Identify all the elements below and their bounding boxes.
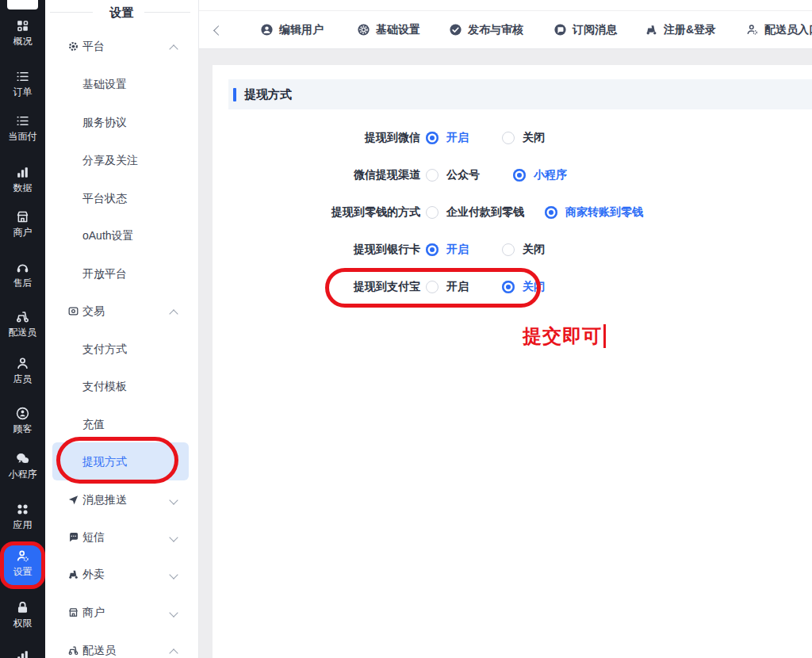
menu-group-label: 交易 <box>82 303 105 319</box>
sidebar-item-data[interactable]: 数据 <box>0 165 45 195</box>
radio-option-enterprise-pay[interactable]: 企业付款到零钱 <box>426 205 524 220</box>
sidebar-item-customer[interactable]: 顾客 <box>0 406 45 436</box>
radio-label[interactable]: 开启 <box>446 243 469 257</box>
scooter-icon <box>645 23 658 36</box>
form-label: 微信提现渠道 <box>213 168 420 182</box>
radio-unchecked-icon[interactable] <box>502 132 515 144</box>
radio-label[interactable]: 关闭 <box>523 280 545 294</box>
radio-unchecked-icon[interactable] <box>426 206 439 219</box>
chevron-up-icon <box>169 648 178 657</box>
sidebar-item-merchant[interactable]: 商户 <box>0 209 45 239</box>
aftersale-headset-icon <box>15 260 30 275</box>
tab-basic-settings[interactable]: 基础设置 <box>357 11 420 48</box>
sidebar-item-facepay[interactable]: 当面付 <box>0 113 45 143</box>
radio-unchecked-icon[interactable] <box>426 169 439 182</box>
menu-item-service-agreement[interactable]: 服务协议 <box>45 114 199 130</box>
radio-option-on[interactable]: 开启 <box>426 131 469 145</box>
form-row-wechat-channel: 微信提现渠道 公众号 小程序 <box>213 164 812 186</box>
radio-unchecked-icon[interactable] <box>502 243 515 256</box>
tab-publish-audit[interactable]: 发布与审核 <box>449 11 523 48</box>
radio-checked-icon[interactable] <box>426 132 439 144</box>
gear-circle-icon <box>357 23 370 36</box>
radio-checked-icon[interactable] <box>426 243 439 256</box>
tab-register-login[interactable]: 注册&登录 <box>645 11 716 48</box>
trade-card-icon <box>67 305 79 317</box>
section-title: 提现方式 <box>244 87 292 102</box>
gear-icon <box>67 40 79 52</box>
radio-label[interactable]: 关闭 <box>523 243 545 257</box>
sidebar-item-apps[interactable]: 应用 <box>0 502 45 532</box>
radio-label[interactable]: 公众号 <box>446 168 480 182</box>
radio-label[interactable]: 企业付款到零钱 <box>446 205 524 220</box>
sidebar-item-miniprogram[interactable]: 小程序 <box>0 451 45 481</box>
order-list-icon <box>15 69 30 84</box>
customer-face-icon <box>15 406 30 421</box>
menu-group-message-push[interactable]: 消息推送 <box>45 492 199 507</box>
menu-group-platform[interactable]: 平台 <box>45 38 199 54</box>
menu-group-trade[interactable]: 交易 <box>45 303 199 319</box>
menu-item-label: 提现方式 <box>82 453 127 469</box>
menu-group-sms[interactable]: 短信 <box>45 529 199 545</box>
radio-label[interactable]: 关闭 <box>523 131 545 145</box>
sidebar-item-label: 配送员 <box>0 326 45 339</box>
sidebar-item-permission[interactable]: 权限 <box>0 600 45 630</box>
sidebar-item-clerk[interactable]: 店员 <box>0 356 45 386</box>
radio-checked-icon[interactable] <box>513 169 526 182</box>
menu-item-oauth-settings[interactable]: oAuth设置 <box>45 228 199 243</box>
user-circle-icon <box>260 23 274 36</box>
menu-item-label: 基础设置 <box>82 76 127 92</box>
admin-settings-page: { "colors": { "accent_blue": "#2b6cf6", … <box>0 0 812 658</box>
radio-unchecked-icon[interactable] <box>426 281 439 293</box>
menu-item-label: 分享及关注 <box>82 152 138 168</box>
menu-item-recharge[interactable]: 充值 <box>45 416 199 432</box>
radio-option-merchant-transfer[interactable]: 商家转账到零钱 <box>545 205 643 220</box>
sidebar-item-courier[interactable]: 配送员 <box>0 309 45 339</box>
top-strip <box>199 0 812 11</box>
push-plane-icon <box>67 494 79 506</box>
menu-item-payment-template[interactable]: 支付模板 <box>45 378 199 394</box>
tab-label: 发布与审核 <box>468 23 523 37</box>
courier-scooter-icon <box>67 645 79 656</box>
menu-group-label: 平台 <box>82 38 105 54</box>
message-circle-icon <box>553 23 567 36</box>
sidebar-item-partial[interactable] <box>0 648 45 658</box>
data-chart-icon <box>15 165 30 180</box>
menu-item-basic-settings[interactable]: 基础设置 <box>45 76 199 92</box>
menu-item-payment-method[interactable]: 支付方式 <box>45 341 199 357</box>
menu-item-share-follow[interactable]: 分享及关注 <box>45 152 199 168</box>
radio-label[interactable]: 商家转账到零钱 <box>565 205 643 220</box>
radio-label[interactable]: 开启 <box>446 131 469 145</box>
tab-subscribe-message[interactable]: 订阅消息 <box>553 11 617 48</box>
menu-group-label: 商户 <box>82 604 105 620</box>
withdraw-form: 提现到微信 开启 关闭 微信提现渠道 公众号 小程序 <box>213 127 812 313</box>
radio-checked-icon[interactable] <box>502 281 515 293</box>
sidebar-item-orders[interactable]: 订单 <box>0 69 45 99</box>
radio-option-official-account[interactable]: 公众号 <box>426 168 480 182</box>
tab-courier-entry[interactable]: 配送员入口 <box>745 11 812 48</box>
tab-edit-user[interactable]: 编辑用户 <box>260 11 324 48</box>
menu-group-courier[interactable]: 配送员 <box>45 642 199 658</box>
menu-item-open-platform[interactable]: 开放平台 <box>45 266 199 281</box>
menu-group-takeout[interactable]: 外卖 <box>45 566 199 582</box>
radio-option-miniprogram[interactable]: 小程序 <box>513 168 567 182</box>
sidebar-item-settings[interactable]: 设置 <box>3 545 42 585</box>
menu-item-platform-status[interactable]: 平台状态 <box>45 190 199 206</box>
sidebar-item-aftersale[interactable]: 售后 <box>0 260 45 290</box>
menu-group-label: 外卖 <box>82 566 105 582</box>
menu-group-merchant[interactable]: 商户 <box>45 604 199 620</box>
radio-option-on[interactable]: 开启 <box>426 243 469 257</box>
chevron-down-icon <box>169 533 178 541</box>
menu-item-withdraw-method[interactable]: 提现方式 <box>45 453 199 469</box>
radio-option-off[interactable]: 关闭 <box>502 243 545 257</box>
back-chevron-icon[interactable] <box>213 25 224 36</box>
radio-option-off[interactable]: 关闭 <box>502 131 545 145</box>
radio-checked-icon[interactable] <box>545 206 557 219</box>
sidebar-item-overview[interactable]: 概况 <box>0 18 45 48</box>
menu-group-label: 配送员 <box>82 642 116 658</box>
sidebar-item-label: 顾客 <box>0 423 45 436</box>
menu-item-label: 支付方式 <box>82 341 127 357</box>
radio-option-off[interactable]: 关闭 <box>502 280 545 294</box>
radio-label[interactable]: 开启 <box>446 280 469 294</box>
radio-option-on[interactable]: 开启 <box>426 280 469 294</box>
radio-label[interactable]: 小程序 <box>534 168 567 182</box>
